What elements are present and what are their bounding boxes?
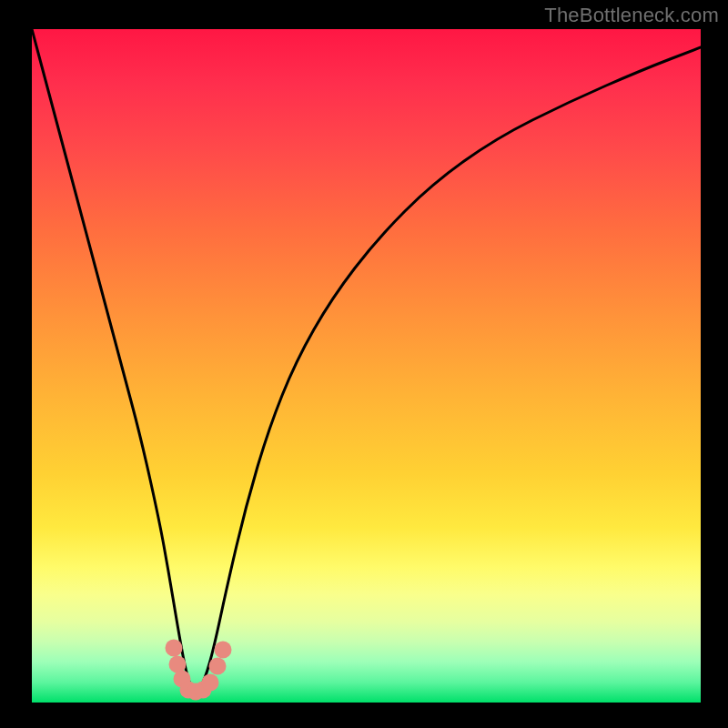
watermark-text: TheBottleneck.com: [544, 4, 719, 27]
plot-area: [32, 29, 701, 703]
data-marker: [166, 640, 183, 657]
curve-svg: [32, 29, 701, 703]
data-marker: [202, 674, 219, 692]
data-marker: [215, 642, 232, 659]
data-marker: [209, 658, 227, 675]
bottleneck-curve: [32, 29, 701, 691]
chart-frame: TheBottleneck.com: [0, 0, 728, 728]
